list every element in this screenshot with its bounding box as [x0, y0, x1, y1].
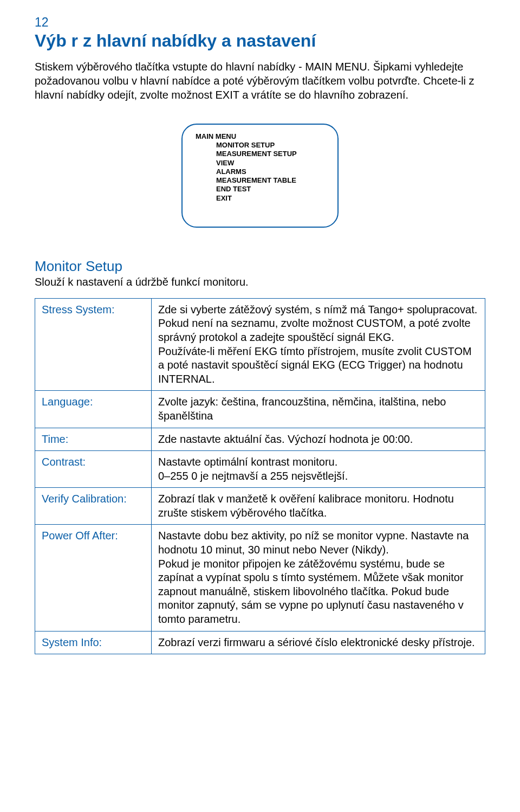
menu-item: ALARMS: [216, 167, 324, 176]
table-row: Power Off After:Nastavte dobu bez aktivi…: [35, 525, 485, 631]
menu-item: END TEST: [216, 185, 324, 194]
setting-description: Zde si vyberte zátěžový systém, s nímž m…: [152, 298, 485, 391]
setting-description: Zvolte jazyk: čeština, francouzština, ně…: [152, 391, 485, 428]
intro-paragraph: Stiskem výběrového tlačítka vstupte do h…: [35, 60, 485, 102]
table-row: Time:Zde nastavte aktuální čas. Výchozí …: [35, 428, 485, 451]
setting-description: Nastavte optimální kontrast monitoru.0–2…: [152, 451, 485, 488]
menu-item: EXIT: [216, 194, 324, 203]
setting-description: Nastavte dobu bez aktivity, po níž se mo…: [152, 525, 485, 631]
page-number: 12: [35, 15, 485, 30]
settings-table: Stress System:Zde si vyberte zátěžový sy…: [35, 298, 485, 654]
menu-item: VIEW: [216, 159, 324, 167]
setting-description: Zobrazí tlak v manžetě k ověření kalibra…: [152, 488, 485, 525]
menu-item: MEASUREMENT TABLE: [216, 176, 324, 185]
setting-label: Contrast:: [35, 451, 152, 488]
table-row: System Info:Zobrazí verzi firmwaru a sér…: [35, 631, 485, 654]
setting-label: Stress System:: [35, 298, 152, 391]
section-subtitle: Slouží k nastavení a údržbě funkcí monit…: [35, 276, 485, 288]
table-row: Contrast:Nastavte optimální kontrast mon…: [35, 451, 485, 488]
table-row: Stress System:Zde si vyberte zátěžový sy…: [35, 298, 485, 391]
table-row: Language:Zvolte jazyk: čeština, francouz…: [35, 391, 485, 428]
setting-label: Language:: [35, 391, 152, 428]
menu-title: MAIN MENU: [196, 132, 324, 140]
main-menu-panel: MAIN MENU MONITOR SETUP MEASUREMENT SETU…: [181, 124, 339, 228]
setting-description: Zobrazí verzi firmwaru a sériové číslo e…: [152, 631, 485, 654]
table-row: Verify Calibration:Zobrazí tlak v manžet…: [35, 488, 485, 525]
setting-label: Power Off After:: [35, 525, 152, 631]
setting-label: Time:: [35, 428, 152, 451]
setting-label: System Info:: [35, 631, 152, 654]
page-title: Výb r z hlavní nabídky a nastavení: [35, 31, 485, 51]
menu-item: MONITOR SETUP: [216, 141, 324, 150]
setting-label: Verify Calibration:: [35, 488, 152, 525]
menu-item: MEASUREMENT SETUP: [216, 150, 324, 158]
setting-description: Zde nastavte aktuální čas. Výchozí hodno…: [152, 428, 485, 451]
section-title: Monitor Setup: [35, 258, 485, 275]
